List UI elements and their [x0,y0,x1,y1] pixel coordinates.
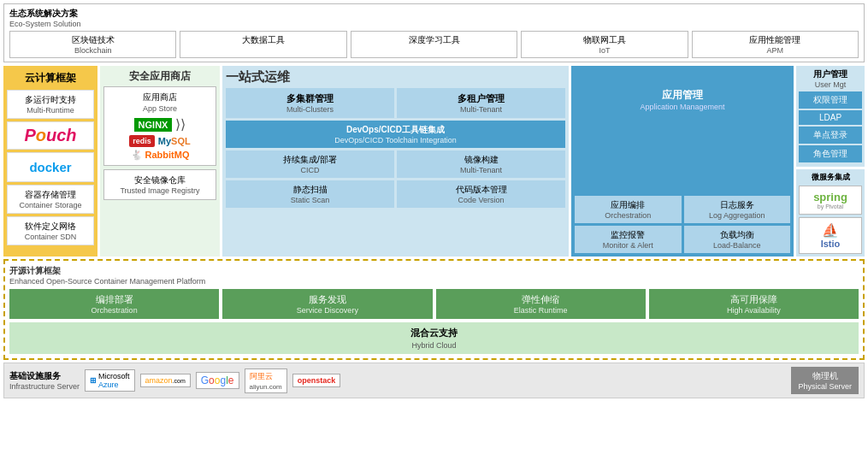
cloud-framework-title: 云计算框架 [7,69,94,87]
user-mgmt-title: 用户管理 User Mgt [799,68,862,89]
security-store-title: 安全应用商店 [103,69,216,84]
istio-box: ⛵ Istio [799,217,862,254]
open-source-section: 开源计算框架 Enhanced Open-Source Container Ma… [3,259,865,360]
user-item-sso: 单点登录 [799,127,862,144]
app-store-box: 应用商店 App Store NGINX ⟩⟩ redis MySQL 🐇 Ra… [103,86,216,166]
orchestration-box: 应用编排 Orchestration [575,196,682,223]
cloud-framework: 云计算框架 多运行时支持 Multi-Runtime Pouch docker … [3,66,97,256]
eco-item-bigdata: 大数据工具 [180,31,346,58]
istio-icon: ⛵ [801,222,859,239]
devops-row: DevOps/CICD工具链集成 DevOps/CICD Toolchain I… [226,121,565,148]
cf-item-sdn: 软件定义网络 Container SDN [7,216,94,245]
app-mgmt-panel: 应用管理 Application Management 应用编排 Orchest… [571,66,794,256]
code-version-box: 代码版本管理 Code Version [397,180,565,208]
infra-aliyun-logo: 阿里云aliyun.com [245,369,287,393]
loadbalance-box: 负载均衡 Load-Balance [684,226,791,253]
right-columns: 用户管理 User Mgt 权限管理 LDAP 单点登录 角色管理 微服务集成 [796,66,865,256]
trusted-registry-box: 安全镜像仓库 Trusted Image Registry [103,169,216,200]
app-store-label: 应用商店 App Store [108,91,212,113]
ops-top-row: 多集群管理 Multi-Clusters 多租户管理 Multi-Tenant [226,88,565,118]
os-elastic-runtime: 弹性伸缩 Elastic Runtime [436,289,646,319]
mysql-logo: MySQL [158,136,191,146]
feathers-icon: ⟩⟩ [175,116,186,133]
micro-title: 微服务集成 [799,172,862,183]
mirror-build-box: 镜像构建 Multi-Tenant [397,150,565,178]
infra-amazon-logo: amazon.com [140,374,191,387]
hybrid-cloud: 混合云支持 Hybrid Cloud [9,322,859,354]
nginx-logo: NGINX [134,118,173,132]
rabbitmq-logo: 🐇 RabbitMQ [131,150,190,160]
eco-item-blockchain: 区块链技术 Blockchain [9,31,176,58]
cf-item-containerstorage: 容器存储管理 Container Storage [7,185,94,214]
istio-logo: Istio [801,239,859,249]
log-service-box: 日志服务 Log Aggregation [684,196,791,223]
spring-box: spring by Pivotal [799,186,862,215]
infra-google-logo: Google [196,372,239,389]
open-source-title: 开源计算框架 [9,265,859,277]
user-item-role: 角色管理 [799,145,862,162]
eco-title-en: Eco-System Solution [9,20,859,28]
ops-tools-row: 持续集成/部署 CICD 镜像构建 Multi-Tenant [226,150,565,178]
docker-logo: docker [9,160,92,174]
user-mgmt-panel: 用户管理 User Mgt 权限管理 LDAP 单点登录 角色管理 [796,66,865,167]
eco-section: 生态系统解决方案 Eco-System Solution 区块链技术 Block… [3,3,865,62]
security-store: 安全应用商店 应用商店 App Store NGINX ⟩⟩ redis MyS… [100,66,220,256]
redis-mysql-row: redis MySQL [108,135,212,147]
spring-logo: spring [801,191,859,203]
infra-azure-logo: ⊞ MicrosoftAzure [85,369,135,392]
cf-item-docker: docker [7,152,94,182]
static-scan-box: 静态扫描 Static Scan [226,180,394,208]
eco-items: 区块链技术 Blockchain 大数据工具 深度学习工具 物联网工具 IoT … [9,31,859,58]
user-item-permission: 权限管理 [799,91,862,109]
os-orchestration: 编排部署 Orchestration [9,289,219,319]
pouch-logo: Pouch [9,126,92,145]
main-area: 云计算框架 多运行时支持 Multi-Runtime Pouch docker … [3,66,865,256]
ops-scan-row: 静态扫描 Static Scan 代码版本管理 Code Version [226,180,565,208]
multi-tenant-mgmt-box: 多租户管理 Multi-Tenant [397,88,565,118]
physical-server-box: 物理机 Physical Server [791,367,859,394]
os-service-discovery: 服务发现 Service Discovery [222,289,432,319]
monitor-box: 监控报警 Monitor & Alert [575,226,682,253]
eco-item-deeplearning: 深度学习工具 [351,31,517,58]
os-high-availability: 高可用保障 High Availability [649,289,859,319]
micro-services-panel: 微服务集成 spring by Pivotal ⛵ Istio [796,169,865,256]
eco-item-apm: 应用性能管理 APM [692,31,859,58]
user-item-ldap: LDAP [799,110,862,125]
nginx-row: NGINX ⟩⟩ [108,116,212,133]
ops-area: 一站式运维 多集群管理 Multi-Clusters 多租户管理 Multi-T… [222,66,569,256]
redis-logo: redis [129,135,155,147]
app-mgmt-grid: 应用编排 Orchestration 日志服务 Log Aggregation … [575,196,790,253]
open-source-grid: 编排部署 Orchestration 服务发现 Service Discover… [9,289,859,319]
infra-title: 基础设施服务 Infrastructure Server [9,370,80,391]
infra-footer: 基础设施服务 Infrastructure Server ⊞ Microsoft… [3,363,865,398]
infra-openstack-logo: openstack [292,374,341,387]
app-mgmt-title: 应用管理 Application Management [575,69,790,111]
eco-title-cn: 生态系统解决方案 [9,8,859,20]
open-source-subtitle: Enhanced Open-Source Container Managemen… [9,277,859,286]
eco-title: 生态系统解决方案 Eco-System Solution [9,8,859,28]
rabbitmq-row: 🐇 RabbitMQ [108,150,212,161]
cf-item-pouch: Pouch [7,121,94,150]
cicd-box: 持续集成/部署 CICD [226,150,394,178]
cf-item-multiruntime: 多运行时支持 Multi-Runtime [7,90,94,119]
eco-item-iot: 物联网工具 IoT [521,31,688,58]
multi-clusters-box: 多集群管理 Multi-Clusters [226,88,394,118]
ops-title: 一站式运维 [226,69,565,85]
